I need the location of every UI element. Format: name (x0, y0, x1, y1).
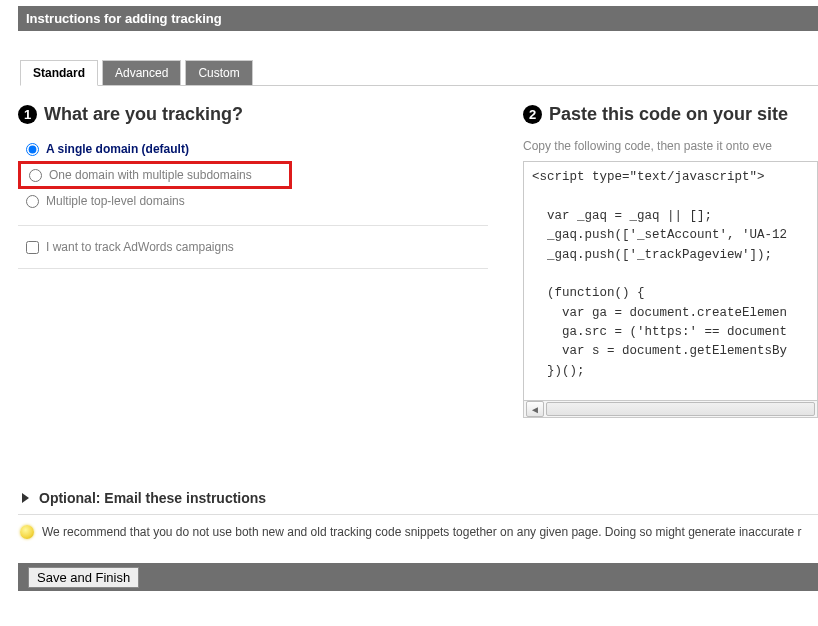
step2-badge: 2 (523, 105, 542, 124)
tip-row: We recommend that you do not use both ne… (18, 525, 818, 539)
scroll-left-icon[interactable]: ◄ (526, 401, 544, 417)
option-subdomains[interactable]: One domain with multiple subdomains (21, 165, 289, 185)
tracking-code-box[interactable]: <script type="text/javascript"> var _gaq… (523, 161, 818, 401)
page-title-bar: Instructions for adding tracking (18, 6, 818, 31)
page-title: Instructions for adding tracking (26, 11, 222, 26)
checkbox-adwords-input[interactable] (26, 241, 39, 254)
step1-heading: 1 What are you tracking? (18, 104, 523, 125)
footer-bar: Save and Finish (18, 563, 818, 591)
checkbox-adwords[interactable]: I want to track AdWords campaigns (18, 234, 523, 260)
tab-custom[interactable]: Custom (185, 60, 252, 86)
code-horizontal-scrollbar[interactable]: ◄ (523, 401, 818, 418)
tab-advanced[interactable]: Advanced (102, 60, 181, 86)
accordion-label: Optional: Email these instructions (39, 490, 266, 506)
scroll-track[interactable] (546, 402, 815, 416)
tab-standard[interactable]: Standard (20, 60, 98, 86)
checkbox-adwords-label: I want to track AdWords campaigns (46, 240, 234, 254)
option-single-domain-radio[interactable] (26, 143, 39, 156)
save-and-finish-button[interactable]: Save and Finish (28, 567, 139, 588)
step1-heading-text: What are you tracking? (44, 104, 243, 125)
lightbulb-icon (20, 525, 34, 539)
tip-text: We recommend that you do not use both ne… (42, 525, 802, 539)
option-multiple-tld-radio[interactable] (26, 195, 39, 208)
option-single-domain-label: A single domain (default) (46, 142, 189, 156)
accordion-email-instructions[interactable]: Optional: Email these instructions (18, 482, 818, 515)
step2-heading: 2 Paste this code on your site (523, 104, 818, 125)
option-subdomains-highlight: One domain with multiple subdomains (18, 161, 292, 189)
step1-badge: 1 (18, 105, 37, 124)
option-multiple-tld-label: Multiple top-level domains (46, 194, 185, 208)
option-single-domain[interactable]: A single domain (default) (18, 139, 523, 159)
option-subdomains-label: One domain with multiple subdomains (49, 168, 252, 182)
tab-bar: Standard Advanced Custom (20, 59, 818, 86)
option-multiple-tld[interactable]: Multiple top-level domains (18, 191, 523, 211)
option-subdomains-radio[interactable] (29, 169, 42, 182)
chevron-right-icon (22, 493, 29, 503)
step2-heading-text: Paste this code on your site (549, 104, 788, 125)
copy-instructions: Copy the following code, then paste it o… (523, 139, 818, 153)
